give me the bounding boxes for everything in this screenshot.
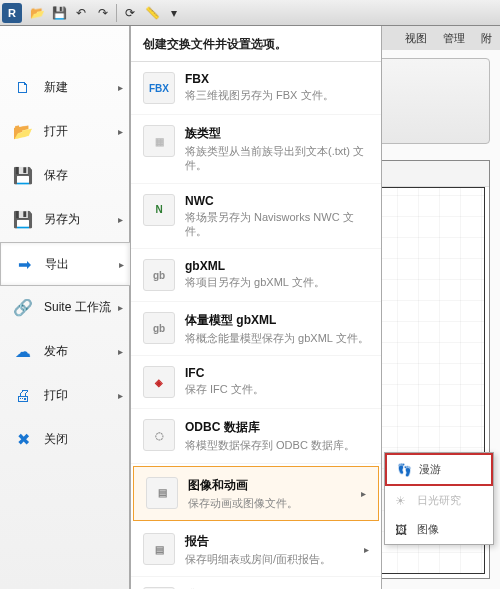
format-icon: gb [143,312,175,344]
new-icon: 🗋 [10,75,36,101]
sub-desc: 保存 IFC 文件。 [185,382,369,396]
sub-desc: 将概念能量模型保存为 gbXML 文件。 [185,331,369,345]
chevron-right-icon: ▸ [118,346,123,357]
qat-measure-icon[interactable]: 📏 [141,3,163,23]
sub-title: ODBC 数据库 [185,419,369,436]
menu-label: 打开 [44,123,68,140]
format-icon: FBX [143,72,175,104]
qat-sync-icon[interactable]: ⟳ [119,3,141,23]
menu-publish[interactable]: ☁ 发布 ▸ [0,330,129,374]
sub-title: 图像和动画 [188,477,357,494]
sub-desc: 将模型数据保存到 ODBC 数据库。 [185,438,369,452]
qat-undo-icon[interactable]: ↶ [70,3,92,23]
sub-desc: 将项目另存为 gbXML 文件。 [185,275,369,289]
flyout-sun-study: ☀ 日光研究 [385,486,493,515]
export-报告[interactable]: ▤报告保存明细表或房间/面积报告。▸ [131,523,381,577]
tab-manage[interactable]: 管理 [435,31,473,46]
sub-desc: 将三维视图另存为 FBX 文件。 [185,88,369,102]
flyout-walkthrough[interactable]: 👣 漫游 [385,453,493,486]
flyout-label: 日光研究 [417,493,461,508]
export-odbc-数据库[interactable]: ◌ODBC 数据库将模型数据保存到 ODBC 数据库。 [131,409,381,463]
footsteps-icon: 👣 [397,463,413,477]
ribbon-tabs: 视图 管理 附 [397,26,500,50]
sub-title: IFC [185,366,369,380]
export-图像和动画[interactable]: ▤图像和动画保存动画或图像文件。▸ [133,466,379,521]
menu-suite[interactable]: 🔗 Suite 工作流 ▸ [0,286,129,330]
chevron-right-icon: ▸ [118,302,123,313]
tab-addin[interactable]: 附 [473,31,500,46]
image-icon: 🖼 [395,523,411,537]
sub-title: FBX [185,72,369,86]
app-menu: 🗋 新建 ▸ 📂 打开 ▸ 💾 保存 💾 另存为 ▸ ➡ 导出 ▸ 🔗 Suit… [0,26,130,589]
saveas-icon: 💾 [10,207,36,233]
sub-desc: 保存明细表或房间/面积报告。 [185,552,360,566]
close-icon: ✖ [10,427,36,453]
export-族类型[interactable]: ▦族类型将族类型从当前族导出到文本(.txt) 文件。 [131,115,381,184]
format-icon: ◈ [143,366,175,398]
format-icon: ◌ [143,419,175,451]
chevron-right-icon: ▸ [118,82,123,93]
submenu-header: 创建交换文件并设置选项。 [131,26,381,62]
open-icon: 📂 [10,119,36,145]
export-体量模型-gbxml[interactable]: gb体量模型 gbXML将概念能量模型保存为 gbXML 文件。 [131,302,381,356]
sun-icon: ☀ [395,494,411,508]
menu-label: 导出 [45,256,69,273]
sub-title: NWC [185,194,369,208]
qat-redo-icon[interactable]: ↷ [92,3,114,23]
export-nwc[interactable]: NNWC将场景另存为 Navisworks NWC 文件。 [131,184,381,250]
quick-access-toolbar: R 📂 💾 ↶ ↷ ⟳ 📏 ▾ [0,0,500,26]
format-icon: ▤ [146,477,178,509]
qat-open-icon[interactable]: 📂 [26,3,48,23]
print-icon: 🖨 [10,383,36,409]
save-icon: 💾 [10,163,36,189]
export-ifc[interactable]: ◈IFC保存 IFC 文件。 [131,356,381,409]
menu-export[interactable]: ➡ 导出 ▸ [0,242,130,286]
menu-new[interactable]: 🗋 新建 ▸ [0,66,129,110]
flyout-label: 漫游 [419,462,441,477]
sub-title: 族类型 [185,125,369,142]
chevron-right-icon: ▸ [118,390,123,401]
menu-label: 关闭 [44,431,68,448]
menu-close[interactable]: ✖ 关闭 [0,418,129,462]
qat-save-icon[interactable]: 💾 [48,3,70,23]
image-animation-flyout: 👣 漫游 ☀ 日光研究 🖼 图像 [384,452,494,545]
sub-desc: 将场景另存为 Navisworks NWC 文件。 [185,210,369,239]
format-icon: N [143,194,175,226]
chevron-right-icon: ▸ [118,214,123,225]
qat-dropdown-icon[interactable]: ▾ [163,3,185,23]
app-logo[interactable]: R [2,3,22,23]
menu-save[interactable]: 💾 保存 [0,154,129,198]
menu-label: 保存 [44,167,68,184]
publish-icon: ☁ [10,339,36,365]
export-选项[interactable]: ☑选项设置 CAD 和 IFC 的导出选项。▸ [131,577,381,589]
menu-print[interactable]: 🖨 打印 ▸ [0,374,129,418]
menu-label: 发布 [44,343,68,360]
menu-label: 打印 [44,387,68,404]
chevron-right-icon: ▸ [361,488,366,499]
export-gbxml[interactable]: gbgbXML将项目另存为 gbXML 文件。 [131,249,381,302]
sub-title: 报告 [185,533,360,550]
separator [116,4,117,22]
sub-title: gbXML [185,259,369,273]
menu-label: Suite 工作流 [44,299,111,316]
sub-desc: 保存动画或图像文件。 [188,496,357,510]
export-fbx[interactable]: FBXFBX将三维视图另存为 FBX 文件。 [131,62,381,115]
chevron-right-icon: ▸ [364,544,369,555]
menu-open[interactable]: 📂 打开 ▸ [0,110,129,154]
format-icon: ▤ [143,533,175,565]
chevron-right-icon: ▸ [119,259,124,270]
flyout-image[interactable]: 🖼 图像 [385,515,493,544]
tab-view[interactable]: 视图 [397,31,435,46]
suite-icon: 🔗 [10,295,36,321]
sub-desc: 将族类型从当前族导出到文本(.txt) 文件。 [185,144,369,173]
export-icon: ➡ [11,251,37,277]
sub-title: 体量模型 gbXML [185,312,369,329]
menu-label: 另存为 [44,211,80,228]
format-icon: gb [143,259,175,291]
flyout-label: 图像 [417,522,439,537]
menu-saveas[interactable]: 💾 另存为 ▸ [0,198,129,242]
export-submenu: 创建交换文件并设置选项。 FBXFBX将三维视图另存为 FBX 文件。▦族类型将… [130,26,382,589]
format-icon: ▦ [143,125,175,157]
chevron-right-icon: ▸ [118,126,123,137]
menu-label: 新建 [44,79,68,96]
